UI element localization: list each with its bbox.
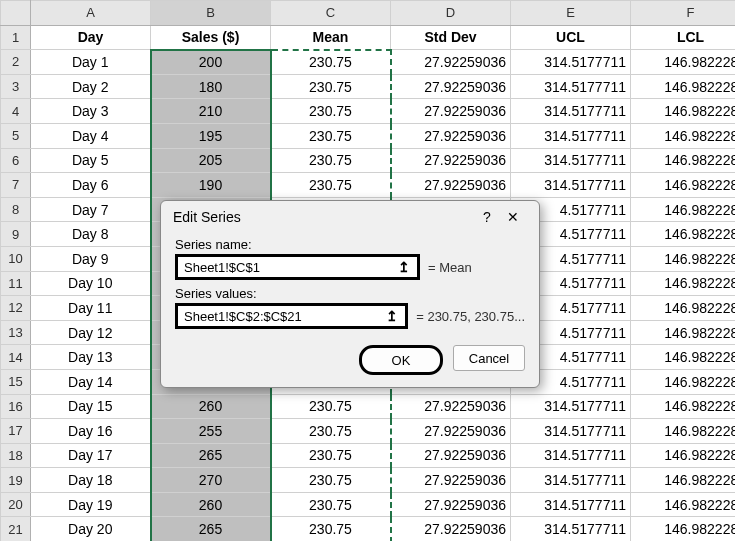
cell[interactable]: 314.5177711 xyxy=(511,123,631,148)
ok-button[interactable]: OK xyxy=(359,345,443,375)
cell[interactable]: 146.9822289 xyxy=(631,222,736,247)
row-header[interactable]: 13 xyxy=(1,320,31,345)
cell[interactable]: 27.92259036 xyxy=(391,99,511,124)
cell[interactable]: 230.75 xyxy=(271,99,391,124)
series-name-input[interactable] xyxy=(182,259,395,276)
cell[interactable]: 27.92259036 xyxy=(391,148,511,173)
cell[interactable]: 260 xyxy=(151,492,271,517)
row-header[interactable]: 5 xyxy=(1,123,31,148)
cell[interactable]: 146.9822289 xyxy=(631,468,736,493)
cell[interactable]: 314.5177711 xyxy=(511,443,631,468)
cell[interactable]: 27.92259036 xyxy=(391,492,511,517)
header-cell[interactable]: Sales ($) xyxy=(151,25,271,50)
series-values-input[interactable] xyxy=(182,308,383,325)
cell[interactable]: 314.5177711 xyxy=(511,99,631,124)
cell[interactable]: 314.5177711 xyxy=(511,394,631,419)
cell[interactable]: Day 12 xyxy=(31,320,151,345)
cell[interactable]: 314.5177711 xyxy=(511,419,631,444)
cell[interactable]: 146.9822289 xyxy=(631,492,736,517)
row-header[interactable]: 16 xyxy=(1,394,31,419)
col-header-D[interactable]: D xyxy=(391,1,511,26)
cell[interactable]: 314.5177711 xyxy=(511,173,631,198)
cell[interactable]: 190 xyxy=(151,173,271,198)
cell[interactable]: 260 xyxy=(151,394,271,419)
cell[interactable]: 27.92259036 xyxy=(391,173,511,198)
cell[interactable]: 230.75 xyxy=(271,148,391,173)
cell[interactable]: 230.75 xyxy=(271,443,391,468)
cell[interactable]: 230.75 xyxy=(271,492,391,517)
cell[interactable]: 205 xyxy=(151,148,271,173)
cell[interactable]: Day 1 xyxy=(31,50,151,75)
help-icon[interactable]: ? xyxy=(475,209,499,225)
cell[interactable]: 146.9822289 xyxy=(631,345,736,370)
row-header[interactable]: 20 xyxy=(1,492,31,517)
row-header[interactable]: 17 xyxy=(1,419,31,444)
cell[interactable]: 27.92259036 xyxy=(391,443,511,468)
header-cell[interactable]: Day xyxy=(31,25,151,50)
cell[interactable]: Day 11 xyxy=(31,296,151,321)
cell[interactable]: 27.92259036 xyxy=(391,517,511,541)
cell[interactable]: 146.9822289 xyxy=(631,419,736,444)
row-header[interactable]: 12 xyxy=(1,296,31,321)
col-header-E[interactable]: E xyxy=(511,1,631,26)
cell[interactable]: 146.9822289 xyxy=(631,443,736,468)
cell[interactable]: 27.92259036 xyxy=(391,419,511,444)
cell[interactable]: 314.5177711 xyxy=(511,492,631,517)
cell[interactable]: 230.75 xyxy=(271,50,391,75)
cell[interactable]: 27.92259036 xyxy=(391,468,511,493)
cell[interactable]: 146.9822289 xyxy=(631,173,736,198)
row-header[interactable]: 2 xyxy=(1,50,31,75)
cell[interactable]: 265 xyxy=(151,517,271,541)
cell[interactable]: 27.92259036 xyxy=(391,74,511,99)
cell[interactable]: 230.75 xyxy=(271,394,391,419)
cell[interactable]: Day 20 xyxy=(31,517,151,541)
row-header[interactable]: 3 xyxy=(1,74,31,99)
row-header[interactable]: 11 xyxy=(1,271,31,296)
row-header[interactable]: 4 xyxy=(1,99,31,124)
cell[interactable]: 146.9822289 xyxy=(631,296,736,321)
cell[interactable]: Day 14 xyxy=(31,369,151,394)
row-header[interactable]: 18 xyxy=(1,443,31,468)
cell[interactable]: 210 xyxy=(151,99,271,124)
cell[interactable]: 230.75 xyxy=(271,173,391,198)
row-header[interactable]: 15 xyxy=(1,369,31,394)
header-cell[interactable]: Std Dev xyxy=(391,25,511,50)
cell[interactable]: 314.5177711 xyxy=(511,50,631,75)
range-picker-icon[interactable]: ↥ xyxy=(383,307,401,325)
cell[interactable]: 195 xyxy=(151,123,271,148)
cell[interactable]: 146.9822289 xyxy=(631,246,736,271)
row-header[interactable]: 8 xyxy=(1,197,31,222)
cell[interactable]: 230.75 xyxy=(271,468,391,493)
cell[interactable]: Day 16 xyxy=(31,419,151,444)
select-all-corner[interactable] xyxy=(1,1,31,26)
cell[interactable]: 270 xyxy=(151,468,271,493)
col-header-A[interactable]: A xyxy=(31,1,151,26)
cell[interactable]: 200 xyxy=(151,50,271,75)
header-cell[interactable]: UCL xyxy=(511,25,631,50)
cell[interactable]: 146.9822289 xyxy=(631,271,736,296)
cell[interactable]: 314.5177711 xyxy=(511,74,631,99)
row-header[interactable]: 7 xyxy=(1,173,31,198)
row-header[interactable]: 19 xyxy=(1,468,31,493)
cell[interactable]: 27.92259036 xyxy=(391,50,511,75)
cell[interactable]: Day 13 xyxy=(31,345,151,370)
cell[interactable]: Day 10 xyxy=(31,271,151,296)
cell[interactable]: Day 2 xyxy=(31,74,151,99)
cell[interactable]: Day 17 xyxy=(31,443,151,468)
header-cell[interactable]: Mean xyxy=(271,25,391,50)
cell[interactable]: 314.5177711 xyxy=(511,148,631,173)
col-header-C[interactable]: C xyxy=(271,1,391,26)
cell[interactable]: 146.9822289 xyxy=(631,123,736,148)
cell[interactable]: Day 19 xyxy=(31,492,151,517)
cell[interactable]: Day 9 xyxy=(31,246,151,271)
cell[interactable]: Day 3 xyxy=(31,99,151,124)
col-header-B[interactable]: B xyxy=(151,1,271,26)
col-header-F[interactable]: F xyxy=(631,1,736,26)
cell[interactable]: 27.92259036 xyxy=(391,123,511,148)
cell[interactable]: 146.9822289 xyxy=(631,394,736,419)
cell[interactable]: 314.5177711 xyxy=(511,468,631,493)
header-cell[interactable]: LCL xyxy=(631,25,736,50)
cell[interactable]: 230.75 xyxy=(271,123,391,148)
cell[interactable]: 255 xyxy=(151,419,271,444)
cell[interactable]: Day 4 xyxy=(31,123,151,148)
